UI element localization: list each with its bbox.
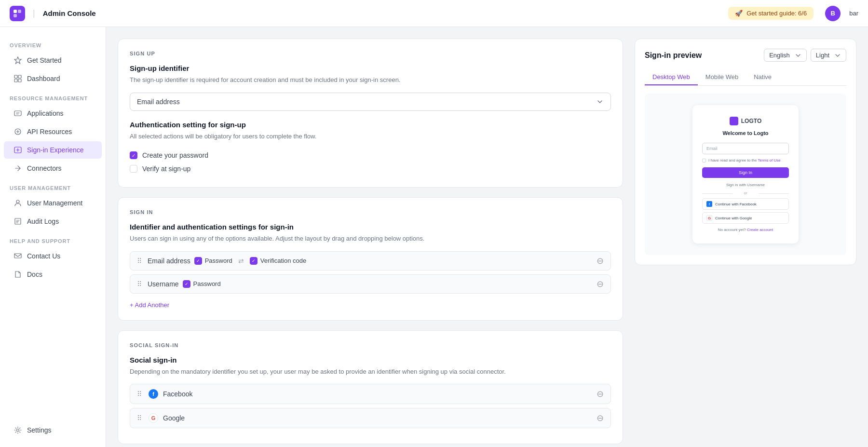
sidebar-item-label: User Management	[27, 199, 82, 207]
chevron-down-icon	[596, 98, 604, 106]
svg-point-11	[17, 429, 19, 432]
mock-terms-checkbox	[702, 159, 706, 163]
audit-logs-icon	[14, 217, 22, 226]
sidebar-item-settings[interactable]: Settings	[4, 421, 102, 439]
signin-username-password-method: ✓ Password	[183, 280, 221, 288]
theme-select[interactable]: Light	[811, 49, 846, 62]
verify-signup-checkbox[interactable]: Verify at sign-up	[130, 162, 611, 176]
remove-facebook-button[interactable]: ⊖	[597, 390, 604, 398]
sidebar-item-label: Audit Logs	[27, 217, 59, 225]
sign-in-experience-icon	[14, 146, 22, 154]
signin-password-method: ✓ Password	[194, 257, 232, 265]
remove-email-row-button[interactable]: ⊖	[597, 257, 604, 265]
svg-rect-7	[14, 111, 21, 116]
identifier-select[interactable]: Email address	[130, 93, 611, 111]
social-row-facebook: ⠿ f Facebook ⊖	[130, 384, 611, 404]
sidebar-item-docs[interactable]: Docs	[4, 266, 102, 283]
signin-email-identifier: Email address	[148, 257, 190, 265]
auth-setting-desc: All selected actions will be obligatory …	[130, 132, 611, 141]
guide-label: Get started guide: 6/6	[746, 10, 807, 17]
language-select[interactable]: English	[764, 49, 807, 62]
identifier-select-value: Email address	[137, 98, 180, 106]
tab-native[interactable]: Native	[746, 69, 779, 85]
password-method-label: Password	[205, 257, 232, 264]
svg-rect-0	[14, 10, 17, 13]
mock-or-divider: or	[702, 191, 789, 195]
sidebar-item-label: Settings	[27, 426, 52, 434]
cards-column: SIGN UP Sign-up identifier The sign-up i…	[118, 39, 623, 435]
contact-us-icon	[14, 252, 22, 260]
social-section-label: SOCIAL SIGN-IN	[130, 342, 611, 348]
mock-terms-text: I have read and agree to the Terms of Us…	[708, 158, 781, 163]
svg-point-10	[16, 200, 19, 203]
signin-username-identifier: Username	[148, 280, 179, 288]
chevron-down-icon	[834, 52, 841, 59]
sidebar-item-connectors[interactable]: Connectors	[4, 160, 102, 177]
sidebar-item-dashboard[interactable]: Dashboard	[4, 70, 102, 87]
create-password-checkbox[interactable]: ✓ Create your password	[130, 149, 611, 162]
mock-google-icon: G	[706, 215, 712, 221]
password-checkbox[interactable]: ✓	[194, 257, 202, 265]
signin-row-username: ⠿ Username ✓ Password ⊖	[130, 274, 611, 294]
mock-welcome-text: Welcome to Logto	[702, 130, 789, 136]
applications-icon	[14, 109, 22, 118]
sign-up-identifier-title: Sign-up identifier	[130, 64, 611, 72]
sidebar-item-audit-logs[interactable]: Audit Logs	[4, 213, 102, 230]
auth-setting-title: Authentication setting for sign-up	[130, 121, 611, 129]
mock-google-btn: G Continue with Google	[702, 212, 789, 224]
tab-mobile-web[interactable]: Mobile Web	[698, 69, 746, 85]
social-title: Social sign-in	[130, 356, 611, 364]
tab-desktop-web[interactable]: Desktop Web	[645, 69, 698, 85]
sign-in-section-label: SIGN IN	[130, 209, 611, 215]
sidebar-item-label: Docs	[27, 271, 42, 278]
sidebar-section-user-mgmt: USER MANAGEMENT	[0, 177, 106, 194]
sidebar-item-sign-in-experience[interactable]: Sign-in Experience	[4, 141, 102, 159]
sidebar: OVERVIEW Get Started Dashboard RESOURCE …	[0, 27, 106, 447]
drag-handle-icon: ⠿	[137, 257, 142, 265]
add-another-button[interactable]: + Add Another	[130, 301, 169, 309]
sidebar-item-api-resources[interactable]: API Resources	[4, 123, 102, 140]
chevron-down-icon	[795, 52, 801, 59]
preview-panel: Sign-in preview English Light	[635, 39, 856, 435]
content-area: SIGN UP Sign-up identifier The sign-up i…	[106, 27, 868, 447]
signin-verification-method: ✓ Verification code	[250, 257, 306, 265]
remove-google-button[interactable]: ⊖	[597, 414, 604, 422]
docs-icon	[14, 270, 22, 279]
mock-signin-card: LOGTO Welcome to Logto Email I have read…	[692, 105, 799, 244]
mock-logo: LOGTO	[702, 117, 789, 125]
logo-icon	[10, 6, 25, 21]
sidebar-item-user-management[interactable]: User Management	[4, 194, 102, 212]
sidebar-item-label: Connectors	[27, 164, 62, 172]
sidebar-section-help: HELP AND SUPPORT	[0, 230, 106, 247]
topbar: | Admin Console 🚀 Get started guide: 6/6…	[0, 0, 868, 27]
main-content: SIGN UP Sign-up identifier The sign-up i…	[106, 27, 868, 447]
topbar-separator: |	[33, 8, 35, 18]
verification-method-label: Verification code	[260, 257, 306, 264]
sidebar-item-label: Dashboard	[27, 75, 60, 82]
sidebar-section-overview: OVERVIEW	[0, 35, 106, 51]
guide-button[interactable]: 🚀 Get started guide: 6/6	[728, 7, 814, 20]
avatar-name: bar	[849, 10, 858, 17]
facebook-icon: f	[149, 389, 158, 399]
mock-logo-mark	[730, 117, 738, 125]
sign-up-card: SIGN UP Sign-up identifier The sign-up i…	[118, 39, 623, 188]
sidebar-item-label: Get Started	[27, 56, 62, 64]
sidebar-item-label: API Resources	[27, 128, 72, 135]
verify-signup-checkbox-box[interactable]	[130, 165, 137, 173]
avatar[interactable]: B	[825, 6, 841, 21]
remove-username-row-button[interactable]: ⊖	[597, 280, 604, 288]
dashboard-icon	[14, 74, 22, 83]
sidebar-item-label: Contact Us	[27, 252, 60, 260]
sign-in-card: SIGN IN Identifier and authentication se…	[118, 197, 623, 321]
preview-controls: English Light	[764, 49, 846, 62]
sidebar-section-resource: RESOURCE MANAGEMENT	[0, 88, 106, 104]
topbar-app-title: Admin Console	[43, 9, 96, 17]
create-password-checkbox-box[interactable]: ✓	[130, 151, 137, 159]
sidebar-item-contact-us[interactable]: Contact Us	[4, 247, 102, 265]
verification-checkbox[interactable]: ✓	[250, 257, 258, 265]
sidebar-item-applications[interactable]: Applications	[4, 105, 102, 122]
sidebar-item-get-started[interactable]: Get Started	[4, 52, 102, 69]
username-password-checkbox[interactable]: ✓	[183, 280, 190, 288]
social-sign-in-card: SOCIAL SIGN-IN Social sign-in Depending …	[118, 330, 623, 445]
mock-email-input: Email	[702, 143, 789, 154]
